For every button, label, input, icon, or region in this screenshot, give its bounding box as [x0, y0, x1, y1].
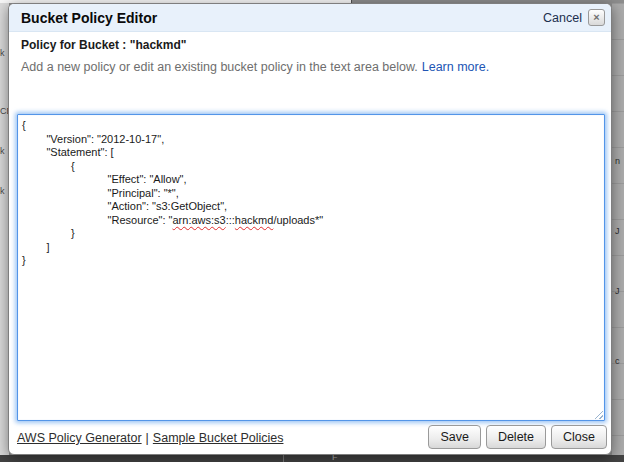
aws-policy-generator-link[interactable]: AWS Policy Generator	[17, 431, 142, 445]
description-text: Add a new policy or edit an existing buc…	[21, 60, 418, 74]
titlebar-actions: Cancel ×	[543, 9, 605, 26]
delete-button[interactable]: Delete	[486, 425, 546, 449]
policy-text: { "Version": "2012-10-17", "Statement": …	[22, 119, 600, 268]
dialog-title: Bucket Policy Editor	[21, 10, 157, 26]
policy-for-bucket-heading: Policy for Bucket : "hackmd"	[21, 38, 186, 52]
dialog-titlebar: Bucket Policy Editor Cancel ×	[9, 4, 611, 32]
cancel-link[interactable]: Cancel	[543, 11, 582, 25]
textarea-resize-grip[interactable]	[592, 408, 603, 419]
close-icon[interactable]: ×	[588, 9, 605, 26]
learn-more-link[interactable]: Learn more.	[422, 60, 489, 74]
backdrop-bottom-strip: F	[0, 455, 624, 462]
screen: kCEkk nJJc F Bucket Policy Editor Cancel…	[0, 0, 624, 462]
bucket-policy-editor-dialog: Bucket Policy Editor Cancel × Policy for…	[8, 3, 612, 455]
sample-bucket-policies-link[interactable]: Sample Bucket Policies	[153, 431, 284, 445]
close-button[interactable]: Close	[551, 425, 607, 449]
dialog-description: Add a new policy or edit an existing buc…	[21, 60, 489, 74]
footer-buttons: Save Delete Close	[428, 425, 607, 449]
backdrop-right-strip: nJJc	[612, 3, 624, 455]
footer-links: AWS Policy Generator|Sample Bucket Polic…	[17, 431, 283, 445]
policy-textarea[interactable]: { "Version": "2012-10-17", "Statement": …	[17, 114, 605, 421]
link-separator: |	[146, 431, 149, 445]
save-button[interactable]: Save	[428, 425, 481, 449]
backdrop-bottom-divider	[283, 455, 284, 462]
